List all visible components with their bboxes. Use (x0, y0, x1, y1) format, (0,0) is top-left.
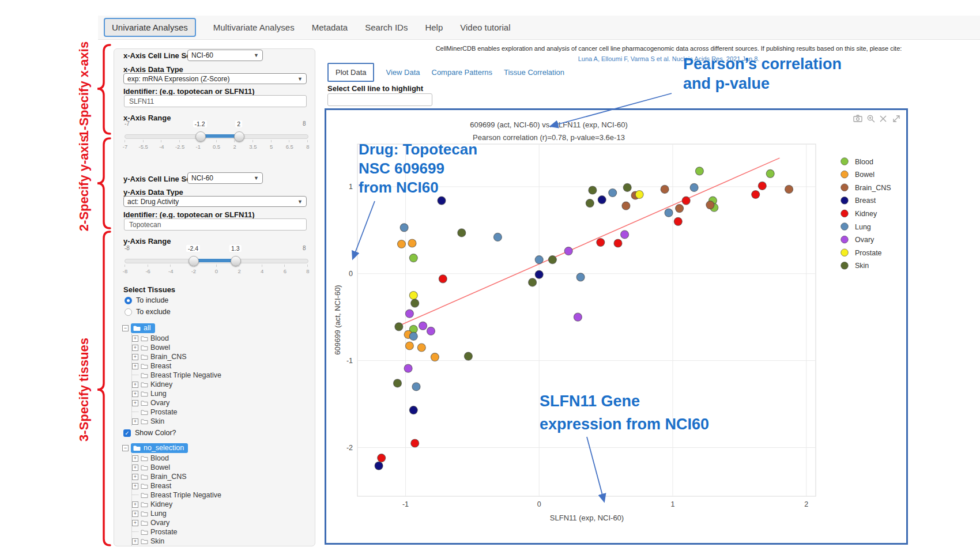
include-tree-item-breast-triple-negative[interactable]: Breast Triple Negative (132, 371, 221, 380)
scatter-point-skin[interactable] (464, 352, 472, 360)
x-cell-line-set-select[interactable]: NCI-60 ▼ (187, 50, 263, 61)
exclude-tree-item-skin[interactable]: +Skin (132, 537, 221, 546)
expand-icon[interactable]: + (132, 400, 138, 406)
exclude-tree-item-lung[interactable]: +Lung (132, 509, 221, 518)
scatter-point-ovary[interactable] (404, 364, 412, 372)
exclude-tree-item-kidney[interactable]: +Kidney (132, 500, 221, 509)
scatter-point-skin[interactable] (623, 183, 631, 191)
scatter-point-breast[interactable] (375, 462, 383, 470)
nav-tab-search-ids[interactable]: Search IDs (365, 22, 408, 32)
scatter-point-skin[interactable] (529, 278, 537, 286)
scatter-point-brain_cns[interactable] (622, 202, 630, 210)
expand-icon[interactable]: + (132, 418, 138, 425)
scatter-point-lung[interactable] (535, 256, 543, 264)
scatter-point-lung[interactable] (493, 233, 502, 241)
scatter-point-kidney[interactable] (758, 182, 766, 190)
include-tree-item-brain_cns[interactable]: +Brain_CNS (132, 352, 221, 361)
scatter-point-kidney[interactable] (378, 454, 386, 462)
scatter-point-bowel[interactable] (417, 344, 425, 352)
expand-icon[interactable]: + (132, 538, 138, 545)
scatter-point-kidney[interactable] (682, 197, 690, 205)
scatter-point-lung[interactable] (609, 189, 617, 197)
include-tree-item-kidney[interactable]: +Kidney (132, 380, 221, 389)
scatter-point-skin[interactable] (548, 256, 556, 264)
scatter-point-skin[interactable] (411, 299, 419, 307)
tab-view-data[interactable]: View Data (386, 68, 420, 77)
legend-item-blood[interactable]: Blood (841, 158, 873, 166)
scatter-point-ovary[interactable] (574, 313, 582, 321)
pan-icon[interactable] (894, 116, 899, 122)
scatter-point-blood[interactable] (409, 254, 417, 262)
scatter-point-brain_cns[interactable] (706, 201, 714, 209)
scatter-point-ovary[interactable] (405, 310, 413, 318)
scatter-point-breast[interactable] (598, 196, 606, 204)
nav-tab-video-tutorial[interactable]: Video tutorial (460, 22, 510, 32)
expand-icon[interactable]: + (132, 474, 138, 480)
legend-item-ovary[interactable]: Ovary (841, 236, 875, 244)
scatter-point-lung[interactable] (412, 383, 420, 391)
tab-plot-data[interactable]: Plot Data (327, 63, 374, 82)
exclude-tree-item-breast[interactable]: +Breast (132, 481, 221, 490)
citation-link[interactable]: Luna A, Elloumi F, Varma S et al. Nuclei… (380, 55, 957, 62)
scatter-point-kidney[interactable] (674, 217, 682, 225)
include-tree-item-lung[interactable]: +Lung (132, 389, 221, 398)
scatter-point-kidney[interactable] (752, 191, 760, 199)
legend-item-breast[interactable]: Breast (841, 197, 876, 205)
close-icon[interactable] (880, 116, 886, 122)
include-tree-item-prostate[interactable]: Prostate (132, 407, 221, 417)
scatter-point-lung[interactable] (690, 183, 698, 191)
scatter-point-ovary[interactable] (564, 247, 572, 255)
expand-icon[interactable]: + (132, 354, 138, 360)
x-data-type-select[interactable]: exp: mRNA Expression (Z-Score) ▼ (123, 73, 307, 84)
exclude-tree-item-brain_cns[interactable]: +Brain_CNS (132, 472, 221, 481)
expand-icon[interactable]: + (132, 520, 138, 526)
legend-item-lung[interactable]: Lung (841, 223, 871, 231)
zoom-in-icon[interactable] (868, 115, 875, 122)
x-range-slider-handle-to[interactable] (234, 131, 244, 142)
scatter-point-breast[interactable] (438, 197, 446, 205)
expand-icon[interactable]: + (132, 501, 138, 508)
tab-compare-patterns[interactable]: Compare Patterns (432, 68, 493, 77)
expand-icon[interactable]: + (132, 363, 138, 369)
include-tree-item-blood[interactable]: +Blood (132, 334, 221, 343)
collapse-icon[interactable]: − (122, 325, 129, 331)
tissue-exclude-tree-root[interactable]: − no_selection (122, 443, 188, 453)
scatter-point-skin[interactable] (589, 186, 597, 194)
highlight-cell-line-input[interactable] (327, 93, 432, 106)
collapse-icon[interactable]: − (122, 445, 129, 451)
exclude-tree-item-ovary[interactable]: +Ovary (132, 518, 221, 527)
scatter-point-breast[interactable] (409, 406, 417, 414)
y-data-type-select[interactable]: act: Drug Activity ▼ (123, 196, 307, 207)
exclude-tree-item-breast-triple-negative[interactable]: Breast Triple Negative (132, 490, 221, 500)
legend-item-brain_cns[interactable]: Brain_CNS (841, 184, 891, 192)
include-tree-item-breast[interactable]: +Breast (132, 361, 221, 371)
scatter-point-ovary[interactable] (427, 327, 435, 335)
nav-tab-help[interactable]: Help (425, 22, 443, 32)
exclude-tree-item-blood[interactable]: +Blood (132, 454, 221, 463)
scatter-point-skin[interactable] (586, 199, 594, 207)
scatter-point-bowel[interactable] (398, 240, 406, 248)
expand-icon[interactable]: + (132, 483, 138, 489)
scatter-point-lung[interactable] (400, 224, 408, 232)
y-cell-line-set-select[interactable]: NCI-60 ▼ (187, 172, 263, 184)
radio-to-exclude[interactable] (125, 308, 132, 316)
scatter-point-brain_cns[interactable] (676, 205, 684, 213)
include-tree-item-skin[interactable]: +Skin (132, 417, 221, 426)
expand-icon[interactable]: + (132, 511, 138, 517)
scatter-point-lung[interactable] (576, 273, 585, 281)
include-tree-item-ovary[interactable]: +Ovary (132, 398, 221, 407)
scatter-point-breast[interactable] (535, 270, 543, 278)
scatter-point-brain_cns[interactable] (785, 185, 793, 193)
scatter-point-skin[interactable] (458, 229, 466, 237)
scatter-point-ovary[interactable] (419, 322, 427, 330)
expand-icon[interactable]: + (132, 335, 138, 342)
scatter-point-kidney[interactable] (439, 275, 447, 283)
scatter-point-kidney[interactable] (411, 439, 419, 447)
camera-icon[interactable] (854, 115, 862, 122)
y-range-slider-handle-to[interactable] (231, 256, 241, 266)
scatter-point-lung[interactable] (665, 209, 673, 217)
expand-icon[interactable]: + (132, 345, 138, 351)
legend-item-skin[interactable]: Skin (841, 262, 869, 270)
nav-tab-multivariate-analyses[interactable]: Multivariate Analyses (213, 22, 295, 32)
nav-tab-metadata[interactable]: Metadata (312, 22, 348, 32)
